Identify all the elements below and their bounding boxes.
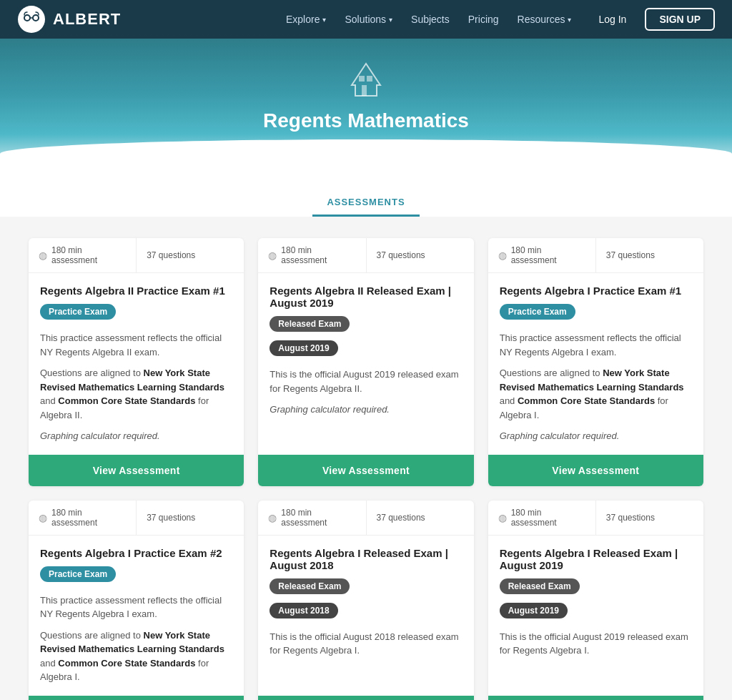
chevron-down-icon: ▾	[322, 16, 326, 24]
card-header: ◍ 180 minassessment 37 questions	[29, 501, 244, 536]
svg-rect-3	[362, 85, 367, 96]
card-title: Regents Algebra I Practice Exam #1	[500, 285, 692, 297]
card-description-2: Graphing calculator required.	[269, 403, 462, 417]
view-assessment-button[interactable]: View Assessment	[258, 455, 473, 486]
card-footer: View Assessment	[29, 696, 244, 701]
cards-row-2: ◍ 180 minassessment 37 questions Regents…	[29, 501, 703, 701]
content-area: ◍ 180 minassessment 37 questions Regents…	[0, 217, 732, 700]
card-algebra1-practice2: ◍ 180 minassessment 37 questions Regents…	[29, 501, 244, 701]
card-body: Regents Algebra I Released Exam | August…	[488, 536, 703, 696]
nav-resources[interactable]: Resources ▾	[510, 9, 579, 29]
card-description-2: Questions are aligned to New York State …	[40, 366, 232, 422]
clock-icon: ◍	[39, 250, 47, 261]
svg-rect-5	[367, 76, 372, 82]
clock-icon: ◍	[268, 512, 277, 523]
svg-point-0	[18, 6, 45, 33]
card-algebra1-practice1: ◍ 180 minassessment 37 questions Regents…	[488, 238, 703, 486]
card-title: Regents Algebra I Practice Exam #2	[40, 547, 232, 559]
card-time: ◍ 180 minassessment	[488, 501, 596, 535]
card-header: ◍ 180 minassessment 37 questions	[258, 238, 473, 273]
badge-released: Released Exam	[269, 578, 350, 594]
nav-links: Explore ▾ Solutions ▾ Subjects Pricing R…	[279, 8, 715, 31]
hero-section: Regents Mathematics	[0, 39, 732, 175]
clock-icon: ◍	[498, 512, 507, 523]
tabs-section: ASSESSMENTS	[0, 175, 732, 217]
view-assessment-button[interactable]: View Assessment	[29, 455, 244, 486]
card-time: ◍ 180 minassessment	[29, 238, 137, 272]
card-description: This practice assessment reflects the of…	[40, 331, 232, 359]
badge-practice: Practice Exam	[500, 304, 575, 320]
view-assessment-button[interactable]: View Assessment	[258, 696, 473, 701]
card-algebra1-released-aug2019: ◍ 180 minassessment 37 questions Regents…	[488, 501, 703, 701]
card-time: ◍ 180 minassessment	[258, 501, 366, 535]
card-questions: 37 questions	[367, 238, 474, 272]
card-description: This is the official August 2019 release…	[500, 630, 692, 658]
card-questions: 37 questions	[137, 238, 244, 272]
cards-row-1: ◍ 180 minassessment 37 questions Regents…	[29, 238, 703, 486]
nav-pricing[interactable]: Pricing	[461, 9, 506, 29]
card-description-2: Questions are aligned to New York State …	[40, 628, 232, 684]
card-description: This is the official August 2019 release…	[269, 368, 462, 395]
badge-date: August 2019	[269, 340, 337, 356]
card-time: ◍ 180 minassessment	[29, 501, 137, 535]
card-body: Regents Algebra I Released Exam | August…	[258, 536, 473, 696]
card-questions: 37 questions	[596, 238, 703, 272]
navbar: ALBERT Explore ▾ Solutions ▾ Subjects Pr…	[0, 0, 732, 39]
badge-date: August 2018	[269, 603, 337, 618]
badge-released: Released Exam	[500, 578, 580, 594]
card-description: This practice assessment reflects the of…	[40, 593, 232, 621]
card-questions: 37 questions	[137, 501, 244, 535]
card-title: Regents Algebra I Released Exam | August…	[269, 547, 462, 571]
view-assessment-button[interactable]: View Assessment	[488, 455, 703, 486]
card-time: ◍ 180 minassessment	[488, 238, 596, 272]
login-button[interactable]: Log In	[588, 9, 636, 29]
logo[interactable]: ALBERT	[17, 5, 121, 34]
page-title: Regents Mathematics	[14, 109, 718, 132]
nav-solutions[interactable]: Solutions ▾	[337, 9, 400, 29]
badge-released: Released Exam	[269, 316, 350, 332]
card-algebra1-released-aug2018: ◍ 180 minassessment 37 questions Regents…	[258, 501, 473, 701]
view-assessment-button[interactable]: View Assessment	[29, 696, 244, 701]
card-time: ◍ 180 minassessment	[258, 238, 366, 272]
clock-icon: ◍	[498, 250, 507, 261]
card-title: Regents Algebra II Practice Exam #1	[40, 285, 232, 297]
card-body: Regents Algebra II Practice Exam #1 Prac…	[29, 273, 244, 455]
card-description-2: Questions are aligned to New York State …	[500, 366, 692, 422]
view-assessment-button[interactable]: View Assessment	[488, 696, 703, 701]
card-header: ◍ 180 minassessment 37 questions	[488, 238, 703, 273]
card-header: ◍ 180 minassessment 37 questions	[258, 501, 473, 536]
chevron-down-icon: ▾	[568, 16, 571, 24]
tab-assessments[interactable]: ASSESSMENTS	[312, 189, 419, 217]
card-algebra2-released-aug2019: ◍ 180 minassessment 37 questions Regents…	[258, 238, 473, 486]
card-header: ◍ 180 minassessment 37 questions	[29, 238, 244, 273]
card-description: This practice assessment reflects the of…	[500, 331, 692, 359]
card-algebra2-practice1: ◍ 180 minassessment 37 questions Regents…	[29, 238, 244, 486]
chevron-down-icon: ▾	[389, 16, 392, 24]
card-footer: View Assessment	[488, 455, 703, 486]
clock-icon: ◍	[268, 250, 277, 261]
card-questions: 37 questions	[367, 501, 474, 535]
card-footer: View Assessment	[488, 696, 703, 701]
card-body: Regents Algebra I Practice Exam #2 Pract…	[29, 536, 244, 696]
svg-rect-4	[359, 76, 365, 82]
badge-date: August 2019	[500, 603, 568, 618]
card-footer: View Assessment	[258, 696, 473, 701]
card-title: Regents Algebra I Released Exam | August…	[500, 547, 692, 571]
nav-subjects[interactable]: Subjects	[404, 9, 457, 29]
logo-text: ALBERT	[53, 10, 121, 29]
card-title: Regents Algebra II Released Exam | Augus…	[269, 285, 462, 309]
card-footer: View Assessment	[29, 455, 244, 486]
card-description-3: Graphing calculator required.	[500, 429, 692, 443]
card-description-3: Graphing calculator required.	[40, 429, 232, 443]
badge-practice: Practice Exam	[40, 304, 116, 320]
card-footer: View Assessment	[258, 455, 473, 486]
card-description: This is the official August 2018 release…	[269, 630, 462, 658]
card-body: Regents Algebra I Practice Exam #1 Pract…	[488, 273, 703, 455]
clock-icon: ◍	[39, 512, 47, 523]
card-header: ◍ 180 minassessment 37 questions	[488, 501, 703, 536]
card-body: Regents Algebra II Released Exam | Augus…	[258, 273, 473, 455]
hero-icon	[14, 60, 718, 102]
nav-explore[interactable]: Explore ▾	[279, 9, 333, 29]
signup-button[interactable]: SIGN UP	[645, 8, 715, 31]
badge-practice: Practice Exam	[40, 566, 116, 582]
